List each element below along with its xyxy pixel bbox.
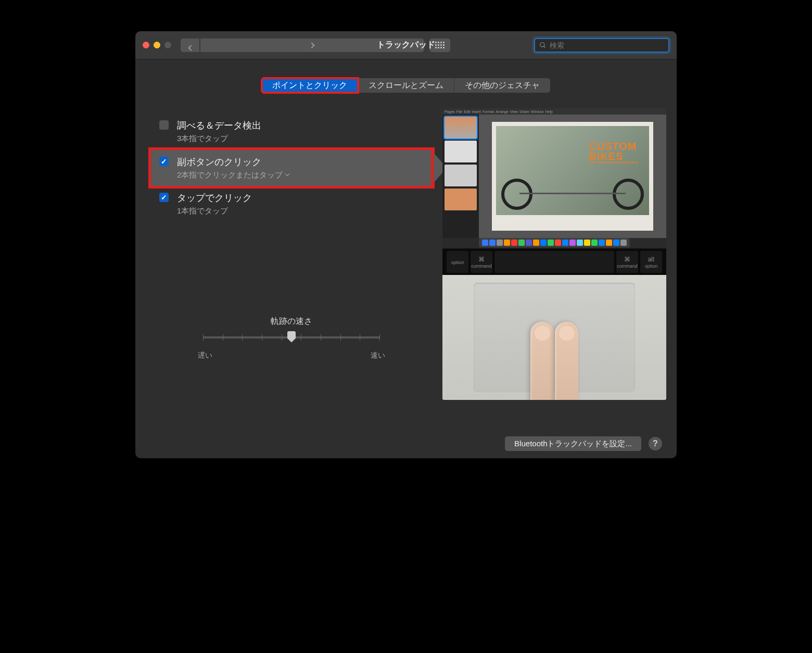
option-subtitle: 1本指でタップ [177,205,252,217]
slider-label: 軌跡の速さ [193,316,390,327]
svg-line-1 [544,46,545,47]
option-tap-click[interactable]: タップでクリック 1本指でタップ [151,186,432,222]
bluetooth-trackpad-button[interactable]: Bluetoothトラックパッドを設定... [505,436,641,451]
preview-trackpad [442,275,666,400]
back-button[interactable] [181,39,199,52]
minimize-button[interactable] [154,42,160,48]
tracking-speed: 軌跡の速さ 遅い 速い [151,316,432,360]
option-subtitle[interactable]: 2本指でクリックまたはタップ [177,169,289,181]
option-texts: 副ボタンのクリック 2本指でクリックまたはタップ [177,155,289,181]
preview-screen: Pages File Edit Insert Format Arrange Vi… [442,108,666,249]
preview-main: CUSTOM BIKES EASY RIDES IN SAN FRANCISCO [479,115,666,238]
tabs: ポイントとクリック スクロールとズーム その他のジェスチャ [135,78,677,93]
slider-track[interactable] [203,332,380,343]
grid-icon [435,42,445,48]
checkbox-secondary-click[interactable] [159,157,169,166]
zoom-button[interactable] [164,42,171,48]
help-button[interactable]: ? [649,437,662,450]
footer: Bluetoothトラックパッドを設定... ? [135,429,677,458]
slider-range-labels: 遅い 速い [193,351,390,360]
search-icon [539,42,547,49]
gesture-preview: Pages File Edit Insert Format Arrange Vi… [442,108,666,400]
key-command-right: ⌘command [616,251,638,273]
preview-pane: Pages File Edit Insert Format Arrange Vi… [442,108,666,429]
chevron-left-icon [188,45,194,51]
search-input[interactable] [550,41,664,49]
option-texts: 調べる＆データ検出 3本指でタップ [177,119,261,145]
slider-max-label: 速い [371,351,385,360]
search-field[interactable] [534,38,669,53]
key-option-right: altoption [640,251,662,273]
content: 調べる＆データ検出 3本指でタップ 副ボタンのクリック 2本指でクリックまたはタ… [135,93,677,429]
option-title: 副ボタンのクリック [177,155,289,169]
slider-min-label: 遅い [198,351,212,360]
preview-sidebar [442,115,479,238]
preferences-window: トラックパッド ポイントとクリック スクロールとズーム その他のジェスチャ 調べ… [135,31,677,458]
preview-app: CUSTOM BIKES EASY RIDES IN SAN FRANCISCO [442,115,666,238]
preview-menubar: Pages File Edit Insert Format Arrange Vi… [442,108,666,115]
preview-text: CUSTOM BIKES EASY RIDES IN SAN FRANCISCO [589,142,639,165]
option-title: タップでクリック [177,191,252,205]
key-command-left: ⌘command [471,251,492,273]
key-option-left: option [447,251,468,273]
titlebar: トラックパッド [135,31,677,59]
preview-page: CUSTOM BIKES EASY RIDES IN SAN FRANCISCO [492,122,653,231]
tab-more-gestures[interactable]: その他のジェスチャ [454,78,550,93]
option-title: 調べる＆データ検出 [177,119,261,133]
fingers-icon [530,322,578,400]
chevron-right-icon [309,42,314,48]
checkbox-lookup[interactable] [159,120,169,130]
options-list: 調べる＆データ検出 3本指でタップ 副ボタンのクリック 2本指でクリックまたはタ… [151,108,432,429]
traffic-lights [143,42,171,48]
chevron-down-icon [285,172,289,176]
key-spacebar [494,251,614,273]
option-texts: タップでクリック 1本指でタップ [177,191,252,217]
option-subtitle: 3本指でタップ [177,133,261,145]
option-lookup[interactable]: 調べる＆データ検出 3本指でタップ [151,114,432,150]
close-button[interactable] [143,42,149,48]
tab-scroll-zoom[interactable]: スクロールとズーム [358,78,454,93]
checkbox-tap-click[interactable] [159,193,169,202]
tab-point-click[interactable]: ポイントとクリック [262,78,358,93]
window-title: トラックパッド [377,40,435,51]
preview-keyboard: option ⌘command ⌘command altoption [442,249,666,275]
slider-thumb[interactable] [287,331,296,343]
option-secondary-click[interactable]: 副ボタンのクリック 2本指でクリックまたはタップ [151,150,432,186]
svg-point-0 [540,42,544,46]
preview-dock [479,238,630,247]
